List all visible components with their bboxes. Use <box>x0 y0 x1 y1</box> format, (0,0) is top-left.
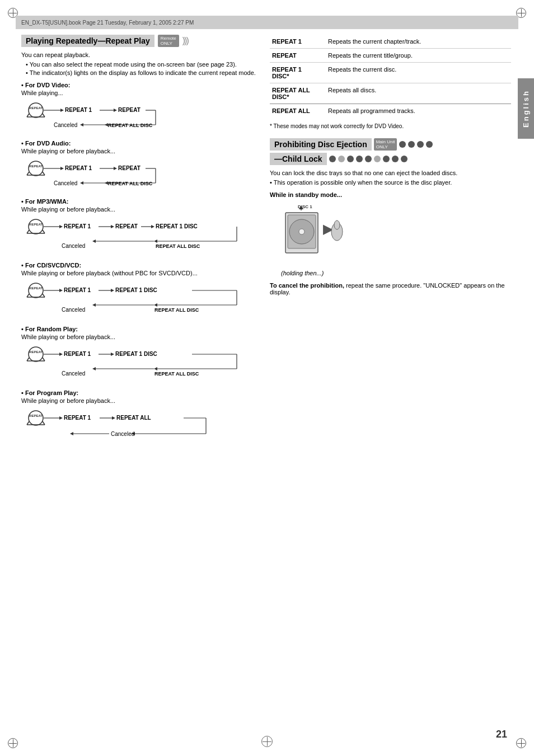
child-lock-title-row: —Child Lock <box>270 153 511 165</box>
svg-marker-25 <box>60 167 64 170</box>
svg-text:REPEAT: REPEAT <box>118 107 140 113</box>
svg-text:REPEAT 1: REPEAT 1 <box>64 287 91 293</box>
prohibit-section: Prohibiting Disc Ejection Main UnitONLY … <box>270 138 511 295</box>
svg-text:REPEAT: REPEAT <box>29 414 43 417</box>
dvd-audio-header: • For DVD Audio: <box>21 140 256 147</box>
repeat1-label: REPEAT 1 <box>270 35 326 49</box>
page-number: 21 <box>496 729 507 740</box>
svg-point-97 <box>29 411 43 425</box>
cd-section: • For CD/SVCD/VCD: While playing or befo… <box>21 262 256 319</box>
table-row: REPEAT 1 Repeats the current chapter/tra… <box>270 35 511 49</box>
dot4 <box>426 141 433 148</box>
svg-text:REPEAT 1: REPEAT 1 <box>64 415 91 421</box>
svg-marker-47 <box>111 225 114 228</box>
svg-text:REPEAT: REPEAT <box>29 165 43 168</box>
cd-diagram: REPEAT REPEAT 1 REPEAT 1 DISC <box>21 278 256 319</box>
dot1 <box>399 141 406 148</box>
svg-text:REPEAT 1 DISC: REPEAT 1 DISC <box>115 287 157 293</box>
svg-line-3 <box>43 114 45 117</box>
dot9 <box>365 156 372 162</box>
dvd-video-section: • For DVD Video: While playing... REPEAT <box>21 82 256 133</box>
svg-marker-36 <box>80 181 83 185</box>
repeatalldisc-desc: Repeats all discs. <box>326 83 511 104</box>
left-column: Playing Repeatedly—Repeat Play RemoteONL… <box>21 35 256 452</box>
svg-line-61 <box>27 294 29 297</box>
svg-marker-17 <box>80 123 83 126</box>
svg-text:REPEAT: REPEAT <box>115 223 138 229</box>
svg-marker-57 <box>92 240 96 243</box>
repeat-desc: Repeats the current title/group. <box>326 49 511 63</box>
dvd-audio-flow-svg: REPEAT REPEAT 1 REPEAT <box>21 156 242 190</box>
prohibit-intro1: You can lock the disc trays so that no o… <box>270 170 511 176</box>
random-diagram: REPEAT REPEAT 1 REPEAT 1 DISC <box>21 342 256 383</box>
section-title-row: Playing Repeatedly—Repeat Play RemoteONL… <box>21 35 256 47</box>
svg-marker-73 <box>154 303 157 307</box>
dvd-audio-diagram: REPEAT REPEAT 1 REPEAT <box>21 156 256 191</box>
dot8 <box>356 156 363 162</box>
svg-marker-50 <box>151 225 154 228</box>
svg-text:REPEAT: REPEAT <box>29 223 43 226</box>
cancel-title: To cancel the prohibition, <box>270 282 344 289</box>
repeatall-label: REPEAT ALL <box>270 104 326 118</box>
dot13 <box>401 156 407 162</box>
svg-marker-84 <box>59 353 63 356</box>
cd-sub: While playing or before playback (withou… <box>21 270 256 276</box>
svg-text:REPEAT 1 DISC: REPEAT 1 DISC <box>156 223 198 229</box>
svg-marker-54 <box>154 240 157 243</box>
dot6 <box>338 156 345 162</box>
svg-marker-95 <box>92 367 96 370</box>
svg-marker-76 <box>92 303 96 307</box>
random-header: • For Random Play: <box>21 326 256 332</box>
dvd-video-sub: While playing... <box>21 90 256 96</box>
svg-line-41 <box>43 230 45 233</box>
left-section-title: Playing Repeatedly—Repeat Play <box>21 35 154 47</box>
program-flow-svg: REPEAT REPEAT 1 REPEAT ALL <box>21 406 242 444</box>
svg-line-81 <box>43 358 45 361</box>
bullet2: • The indicator(s) lights on the display… <box>21 69 256 76</box>
program-sub: While playing or before playback... <box>21 397 256 404</box>
svg-point-38 <box>29 219 43 234</box>
svg-text:Canceled: Canceled <box>111 431 134 437</box>
mp3-sub: While playing or before playback... <box>21 206 256 213</box>
cd-flow-svg: REPEAT REPEAT 1 REPEAT 1 DISC <box>21 278 242 317</box>
prohibit-intro2: • This operation is possible only when t… <box>270 179 511 186</box>
random-sub: While playing or before playback... <box>21 334 256 340</box>
main-content: Playing Repeatedly—Repeat Play RemoteONL… <box>21 35 511 452</box>
svg-text:Canceled: Canceled <box>54 180 77 186</box>
sound-waves: ))) <box>182 36 188 46</box>
holding-text: (holding then...) <box>281 270 511 276</box>
svg-text:REPEAT ALL DISC: REPEAT ALL DISC <box>108 181 153 186</box>
svg-text:REPEAT ALL DISC: REPEAT ALL DISC <box>108 123 153 128</box>
svg-marker-6 <box>60 109 64 112</box>
svg-line-21 <box>27 172 29 175</box>
svg-text:REPEAT: REPEAT <box>29 106 43 110</box>
svg-text:REPEAT ALL: REPEAT ALL <box>116 415 151 421</box>
dot10 <box>374 156 381 162</box>
right-column: REPEAT 1 Repeats the current chapter/tra… <box>270 35 511 452</box>
svg-marker-87 <box>111 353 114 356</box>
prohibit-title: Prohibiting Disc Ejection <box>270 138 372 151</box>
dot3 <box>417 141 424 148</box>
svg-point-78 <box>29 347 43 361</box>
mp3-flow-svg: REPEAT REPEAT 1 REPEAT REPEAT 1 DISC <box>21 214 242 253</box>
svg-point-19 <box>29 161 43 176</box>
svg-text:REPEAT: REPEAT <box>118 165 140 171</box>
bottom-center-crosshair <box>261 736 273 747</box>
repeat-label: REPEAT <box>270 49 326 63</box>
repeat-table: REPEAT 1 Repeats the current chapter/tra… <box>270 35 511 118</box>
main-unit-badge: Main UnitONLY <box>374 138 397 151</box>
svg-line-2 <box>27 114 29 117</box>
svg-point-0 <box>29 103 43 118</box>
mp3-wma-section: • For MP3/WMA: While playing or before p… <box>21 198 256 255</box>
dot11 <box>383 156 390 162</box>
svg-line-100 <box>43 421 45 425</box>
dot7 <box>347 156 354 162</box>
disc-svg: DISC 1 ▶ <box>281 203 348 264</box>
repeatalldisc-label: REPEAT ALLDISC* <box>270 83 326 104</box>
disc-illustration: DISC 1 ▶ <box>281 203 511 264</box>
child-lock-title: —Child Lock <box>270 153 327 165</box>
table-row: REPEAT ALLDISC* Repeats all discs. <box>270 83 511 104</box>
dot5 <box>329 156 336 162</box>
svg-text:REPEAT ALL DISC: REPEAT ALL DISC <box>154 371 199 377</box>
svg-text:REPEAT 1: REPEAT 1 <box>64 351 91 357</box>
